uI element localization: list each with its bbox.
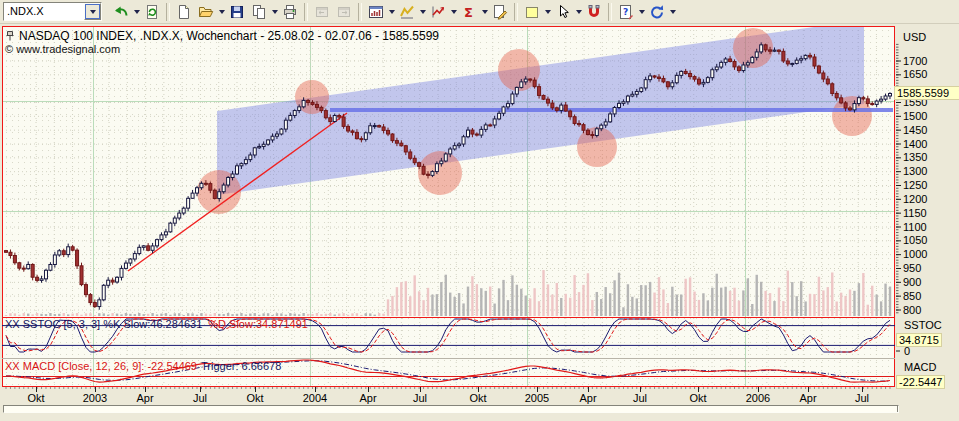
time-axis-label: 2004	[297, 392, 333, 404]
time-axis-label: Apr	[127, 392, 163, 404]
time-axis-label: 2003	[77, 392, 113, 404]
next-window-button	[333, 2, 355, 22]
insert-formula-dropdown[interactable]	[480, 2, 489, 22]
toolbar-separator	[166, 3, 170, 21]
open-file-button[interactable]	[195, 2, 217, 22]
redo-button[interactable]	[646, 2, 668, 22]
time-axis-label: Apr	[570, 392, 606, 404]
price-axis-label: 1050	[903, 234, 927, 246]
horizontal-scrollbar[interactable]	[3, 405, 899, 413]
info-dropdown[interactable]	[637, 2, 646, 22]
pointer-tool-button[interactable]	[552, 2, 574, 22]
time-axis-label: Okt	[460, 392, 496, 404]
copy-button[interactable]	[248, 2, 270, 22]
time-axis-label: Jul	[622, 392, 658, 404]
price-axis-label: 1250	[903, 179, 927, 191]
insert-indicator-dropdown[interactable]	[418, 2, 427, 22]
chart-picture-icon	[368, 4, 384, 20]
time-axis-label: 2006	[740, 392, 776, 404]
price-axis-label: 900	[903, 276, 921, 288]
info-button[interactable]: ?	[615, 2, 637, 22]
chart-type-button[interactable]	[365, 2, 387, 22]
magnet-mode-button[interactable]	[583, 2, 605, 22]
chevron-down-icon	[639, 10, 645, 14]
sstoc-axis-name: SSTOC	[904, 319, 942, 331]
toolbar: .NDX.X Σ?	[0, 0, 959, 24]
strategy-marks-icon	[430, 4, 446, 20]
change-symbol-dropdown[interactable]	[132, 2, 141, 22]
svg-text:?: ?	[623, 7, 628, 17]
reload-data-button[interactable]	[141, 2, 163, 22]
toolbar-separator	[304, 3, 308, 21]
price-axis-label: 1000	[903, 248, 927, 260]
window-back-icon	[314, 4, 330, 20]
time-axis-label: Apr	[790, 392, 826, 404]
chevron-down-icon	[90, 10, 96, 14]
time-axis-label: Jul	[182, 392, 218, 404]
sstoc-value-badge: 34.8715	[896, 333, 942, 347]
open-folder-icon	[198, 4, 214, 20]
new-chart-button[interactable]	[173, 2, 195, 22]
price-axis-label: 1650	[903, 68, 927, 80]
chevron-down-icon	[670, 10, 676, 14]
chart-type-dropdown[interactable]	[387, 2, 396, 22]
macd-trigger-label: Trigger: 6.66678	[201, 360, 281, 372]
price-axis-label: 1350	[903, 151, 927, 163]
combobox-dropdown-button[interactable]	[84, 3, 101, 20]
fill-color-dropdown[interactable]	[543, 2, 552, 22]
scrollbar-thumb[interactable]	[4, 406, 898, 412]
symbol-combobox-value: .NDX.X	[7, 5, 44, 17]
chevron-down-icon	[451, 10, 457, 14]
indicator-curves-icon	[399, 4, 415, 20]
refresh-page-icon	[144, 4, 160, 20]
chevron-down-icon	[134, 10, 140, 14]
print-button[interactable]	[279, 2, 301, 22]
insert-indicator-button[interactable]	[396, 2, 418, 22]
chevron-down-icon	[545, 10, 551, 14]
price-axis-label: 1450	[903, 124, 927, 136]
fill-color-button[interactable]	[521, 2, 543, 22]
chevron-down-icon	[420, 10, 426, 14]
copyright-line: © www.tradesignal.com	[5, 43, 120, 55]
change-symbol-button[interactable]	[110, 2, 132, 22]
price-axis-label: 1150	[903, 207, 927, 219]
price-axis-label: 800	[903, 304, 921, 316]
chart-title: NASDAQ 100 INDEX, .NDX.X, Wochenchart - …	[19, 29, 439, 43]
toolbar-separator	[514, 3, 518, 21]
pointer-tool-dropdown[interactable]	[574, 2, 583, 22]
chart-canvas[interactable]	[0, 0, 959, 421]
macd-main-label: XX MACD [Close, 12, 26, 9]: -22.54469	[5, 360, 197, 372]
time-axis-label: Okt	[680, 392, 716, 404]
open-file-dropdown[interactable]	[217, 2, 226, 22]
insert-formula-button[interactable]: Σ	[458, 2, 480, 22]
chart-title-row: NASDAQ 100 INDEX, .NDX.X, Wochenchart - …	[5, 29, 439, 43]
price-axis-label: 850	[903, 290, 921, 302]
copy-pages-icon	[251, 4, 267, 20]
new-document-icon	[176, 4, 192, 20]
properties-page-icon	[492, 4, 508, 20]
copy-dropdown[interactable]	[270, 2, 279, 22]
save-button[interactable]	[226, 2, 248, 22]
magnet-icon	[586, 4, 602, 20]
price-axis-label: 950	[903, 262, 921, 274]
chevron-down-icon	[482, 10, 488, 14]
redo-arrow-icon	[649, 4, 665, 20]
printer-icon	[282, 4, 298, 20]
sstoc-header: XX SSTOC [5, 3, 3] %K Slow:46.284631%D S…	[5, 318, 308, 330]
sstoc-d-label: %D Slow:34.871491	[208, 318, 308, 330]
chevron-down-icon	[219, 10, 225, 14]
insert-strategy-button[interactable]	[427, 2, 449, 22]
edit-properties-button[interactable]	[489, 2, 511, 22]
macd-value-badge: -22.5447	[896, 375, 945, 389]
tradesignal-chart-window: .NDX.X Σ? NASDAQ 100 INDEX, .NDX.X, Woch…	[0, 0, 959, 421]
toolbar-separator	[608, 3, 612, 21]
time-axis-label: Okt	[18, 392, 54, 404]
symbol-combobox[interactable]: .NDX.X	[3, 2, 102, 21]
window-forward-icon	[336, 4, 352, 20]
redo-dropdown[interactable]	[668, 2, 677, 22]
time-axis-label: Apr	[350, 392, 386, 404]
macd-axis-name: MACD	[904, 361, 936, 373]
sstoc-k-label: XX SSTOC [5, 3, 3] %K Slow:46.284631	[5, 318, 202, 330]
insert-strategy-dropdown[interactable]	[449, 2, 458, 22]
pin-icon[interactable]	[5, 30, 15, 42]
